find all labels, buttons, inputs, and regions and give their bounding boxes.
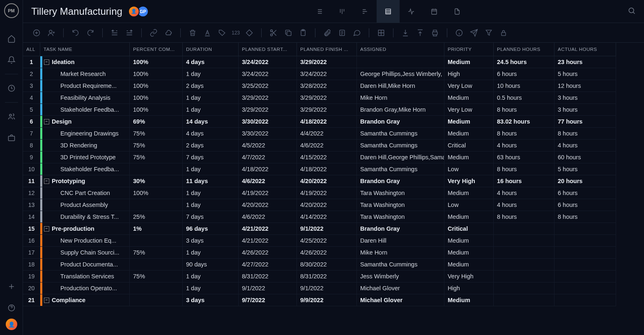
- view-gantt-icon[interactable]: [354, 0, 377, 23]
- row-number[interactable]: 2: [23, 68, 40, 80]
- cell-ah[interactable]: [554, 271, 616, 282]
- cell-dur[interactable]: 1 day: [183, 104, 239, 116]
- cell-start[interactable]: 8/31/2022: [239, 271, 297, 282]
- cell-priority[interactable]: Medium: [444, 247, 494, 259]
- paste-icon[interactable]: [298, 28, 308, 38]
- row-number[interactable]: 5: [23, 104, 40, 116]
- row-number[interactable]: 1: [23, 56, 40, 68]
- undo-icon[interactable]: [70, 28, 81, 38]
- people-icon[interactable]: [3, 108, 20, 125]
- cut-icon[interactable]: [268, 28, 279, 38]
- cell-assigned[interactable]: Samantha Cummings: [357, 259, 444, 271]
- task-name-cell[interactable]: Stakeholder Feedba...: [40, 163, 130, 175]
- cell-finish[interactable]: 3/24/2022: [297, 68, 357, 80]
- task-name-cell[interactable]: −Ideation: [40, 56, 130, 68]
- bell-icon[interactable]: [3, 52, 20, 68]
- row-number[interactable]: 8: [23, 140, 40, 151]
- cell-start[interactable]: 9/7/2022: [239, 294, 297, 306]
- cell-assigned[interactable]: Tara Washington: [357, 211, 444, 223]
- cell-ah[interactable]: 8 hours: [554, 211, 616, 223]
- cell-priority[interactable]: Medium: [444, 151, 494, 163]
- cell-priority[interactable]: High: [444, 68, 494, 80]
- app-logo[interactable]: PM: [4, 3, 19, 18]
- cell-dur[interactable]: 1 day: [183, 282, 239, 294]
- column-header[interactable]: DURATION: [183, 43, 239, 56]
- cell-finish[interactable]: 3/29/2022: [297, 92, 357, 104]
- cell-start[interactable]: 4/6/2022: [239, 175, 297, 187]
- column-header[interactable]: PLANNED HOURS: [494, 43, 554, 56]
- cell-start[interactable]: 4/27/2022: [239, 259, 297, 271]
- columns-icon[interactable]: [376, 28, 386, 38]
- row-number[interactable]: 4: [23, 92, 40, 104]
- row-number[interactable]: 13: [23, 199, 40, 211]
- cell-ph[interactable]: [494, 223, 554, 235]
- row-number[interactable]: 11: [23, 175, 40, 187]
- task-name-cell[interactable]: Product Documenta...: [40, 259, 130, 271]
- cell-ph[interactable]: 8 hours: [494, 211, 554, 223]
- column-header[interactable]: PERCENT COM...: [130, 43, 183, 56]
- cell-finish[interactable]: 4/18/2022: [297, 163, 357, 175]
- comment-icon[interactable]: [352, 28, 362, 38]
- cell-finish[interactable]: 4/25/2022: [297, 235, 357, 247]
- cell-ah[interactable]: 3 hours: [554, 92, 616, 104]
- cell-dur[interactable]: 1 day: [183, 199, 239, 211]
- cell-dur[interactable]: 4 days: [183, 128, 239, 140]
- cell-ph[interactable]: 6 hours: [494, 68, 554, 80]
- collapse-icon[interactable]: −: [44, 119, 49, 124]
- cell-pct[interactable]: 100%: [130, 187, 183, 199]
- cell-pct[interactable]: [130, 163, 183, 175]
- cell-ph[interactable]: 10 hours: [494, 80, 554, 92]
- task-name-cell[interactable]: Translation Services: [40, 271, 130, 282]
- avatar[interactable]: 👤: [128, 6, 140, 17]
- cell-priority[interactable]: Low: [444, 163, 494, 175]
- task-name-cell[interactable]: 3D Printed Prototype: [40, 151, 130, 163]
- cell-ph[interactable]: 4 hours: [494, 140, 554, 151]
- cell-dur[interactable]: 1 day: [183, 247, 239, 259]
- column-header[interactable]: PRIORITY: [444, 43, 494, 56]
- cell-pct[interactable]: 100%: [130, 104, 183, 116]
- cell-priority[interactable]: Very Low: [444, 80, 494, 92]
- cell-pct[interactable]: [130, 294, 183, 306]
- cell-ph[interactable]: [494, 271, 554, 282]
- task-name-cell[interactable]: Stakeholder Feedba...: [40, 104, 130, 116]
- cell-priority[interactable]: Medium: [444, 235, 494, 247]
- cell-start[interactable]: 3/29/2022: [239, 104, 297, 116]
- cell-ph[interactable]: 4 hours: [494, 199, 554, 211]
- task-name-cell[interactable]: Product Assembly: [40, 199, 130, 211]
- cell-ph[interactable]: 0.5 hours: [494, 92, 554, 104]
- task-name-cell[interactable]: Engineering Drawings: [40, 128, 130, 140]
- cell-assigned[interactable]: Daren Hill: [357, 235, 444, 247]
- cell-dur[interactable]: 7 days: [183, 211, 239, 223]
- cell-priority[interactable]: Medium: [444, 211, 494, 223]
- cell-priority[interactable]: Medium: [444, 92, 494, 104]
- cell-ph[interactable]: 8 hours: [494, 163, 554, 175]
- cell-pct[interactable]: [130, 235, 183, 247]
- cell-dur[interactable]: 90 days: [183, 259, 239, 271]
- cell-pct[interactable]: 1%: [130, 223, 183, 235]
- column-header[interactable]: ACTUAL HOURS: [554, 43, 616, 56]
- cell-priority[interactable]: Low: [444, 199, 494, 211]
- cell-finish[interactable]: 4/19/2022: [297, 187, 357, 199]
- cell-finish[interactable]: 8/31/2022: [297, 271, 357, 282]
- cell-dur[interactable]: 7 days: [183, 151, 239, 163]
- cell-assigned[interactable]: Jess Wimberly: [357, 271, 444, 282]
- cell-start[interactable]: 3/24/2022: [239, 68, 297, 80]
- cell-ph[interactable]: 63 hours: [494, 151, 554, 163]
- cell-ah[interactable]: 8 hours: [554, 128, 616, 140]
- cell-pct[interactable]: [130, 199, 183, 211]
- cell-start[interactable]: 3/29/2022: [239, 92, 297, 104]
- plus-icon[interactable]: [3, 278, 20, 295]
- cell-ph[interactable]: [494, 259, 554, 271]
- cell-start[interactable]: 4/5/2022: [239, 140, 297, 151]
- cell-pct[interactable]: 25%: [130, 211, 183, 223]
- add-icon[interactable]: [31, 28, 42, 38]
- cell-assigned[interactable]: Daren Hill,Mike Horn: [357, 80, 444, 92]
- cell-ph[interactable]: 4 hours: [494, 187, 554, 199]
- cell-finish[interactable]: 3/29/2022: [297, 56, 357, 68]
- cell-finish[interactable]: 4/26/2022: [297, 247, 357, 259]
- note-icon[interactable]: [337, 28, 347, 38]
- home-icon[interactable]: [3, 30, 20, 47]
- cell-ah[interactable]: 4 hours: [554, 140, 616, 151]
- cell-start[interactable]: 9/1/2022: [239, 282, 297, 294]
- cell-ph[interactable]: 16 hours: [494, 175, 554, 187]
